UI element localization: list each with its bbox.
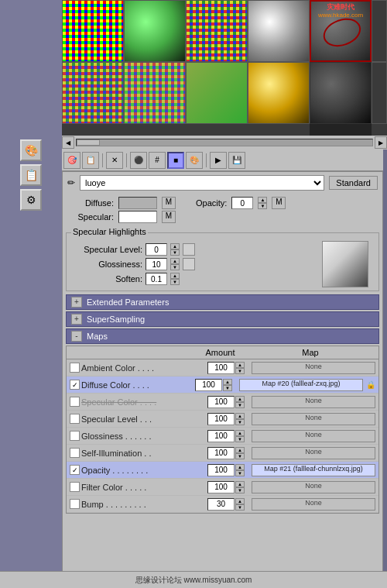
map-checkbox-4[interactable]: [70, 431, 80, 441]
map-btn-4[interactable]: None: [252, 430, 375, 442]
toolbar-grid[interactable]: #: [149, 152, 166, 169]
map-spinner-4[interactable]: ▲▼: [235, 430, 245, 442]
toolbar-delete[interactable]: ✕: [106, 152, 123, 169]
extended-params-toggle[interactable]: +: [71, 297, 82, 308]
map-btn-2[interactable]: None: [252, 396, 375, 408]
map-spinner-2[interactable]: ▲▼: [235, 396, 245, 408]
maps-row-3[interactable]: Specular Level . . .▲▼None: [67, 411, 378, 428]
spec-level-input[interactable]: [146, 243, 167, 256]
map-amount-input-1[interactable]: [195, 379, 222, 391]
side-tool-2[interactable]: 📋: [20, 164, 42, 186]
spec-soften-up[interactable]: ▲: [170, 273, 180, 279]
maps-row-0[interactable]: Ambient Color . . . .▲▼None: [67, 359, 378, 377]
spec-glossiness-input[interactable]: [146, 258, 167, 270]
opacity-m-btn[interactable]: M: [272, 197, 286, 209]
thumb-8[interactable]: [124, 62, 186, 124]
diffuse-m-btn[interactable]: M: [162, 197, 176, 209]
toolbar-eyedropper[interactable]: 🎯: [63, 152, 80, 169]
specular-swatch[interactable]: [118, 211, 157, 223]
map-checkbox-7[interactable]: [70, 482, 80, 492]
maps-row-8[interactable]: Bump . . . . . . . . .▲▼None: [67, 496, 378, 513]
spec-gloss-color[interactable]: [183, 258, 195, 270]
map-amount-input-0[interactable]: [207, 362, 235, 374]
maps-row-7[interactable]: Filter Color . . . . .▲▼None: [67, 479, 378, 496]
map-spinner-7[interactable]: ▲▼: [235, 481, 245, 493]
map-btn-1[interactable]: Map #20 (fallleaf-zxq.jpg): [239, 379, 363, 391]
toolbar-copy[interactable]: 📋: [82, 152, 99, 169]
map-spinner-5[interactable]: ▲▼: [235, 447, 245, 459]
horizontal-scrollbar[interactable]: ◀ ▶: [62, 136, 387, 150]
material-name-dropdown[interactable]: luoye: [80, 175, 324, 191]
thumb-9[interactable]: [186, 62, 248, 124]
map-amount-input-7[interactable]: [207, 481, 235, 493]
opacity-spin-down[interactable]: ▼: [258, 203, 267, 209]
spec-level-down[interactable]: ▼: [170, 249, 180, 256]
map-checkbox-5[interactable]: [70, 448, 80, 458]
map-btn-5[interactable]: None: [252, 447, 375, 459]
toolbar-render[interactable]: ▶: [210, 152, 227, 169]
spec-soften-spinner[interactable]: ▲ ▼: [170, 273, 180, 285]
maps-rollout[interactable]: - Maps: [66, 328, 379, 344]
map-checkbox-8[interactable]: [70, 499, 80, 509]
toolbar-save[interactable]: 💾: [228, 152, 245, 169]
map-amount-input-4[interactable]: [207, 430, 235, 442]
toolbar-sphere[interactable]: ⚫: [130, 152, 147, 169]
spec-gloss-down[interactable]: ▼: [170, 264, 180, 270]
maps-row-6[interactable]: ✓Opacity . . . . . . . .▲▼Map #21 (falll…: [67, 462, 378, 479]
map-amount-input-2[interactable]: [207, 396, 235, 408]
spec-gloss-up[interactable]: ▲: [170, 258, 180, 264]
thumb-10[interactable]: [248, 62, 310, 124]
map-amount-input-8[interactable]: [207, 498, 235, 511]
spec-level-up[interactable]: ▲: [170, 243, 180, 249]
scroll-left-btn[interactable]: ◀: [62, 136, 74, 149]
spec-soften-down[interactable]: ▼: [170, 279, 180, 285]
maps-row-1[interactable]: ✓Diffuse Color . . . .▲▼Map #20 (falllea…: [67, 377, 378, 394]
map-checkbox-2[interactable]: [70, 397, 80, 407]
diffuse-swatch[interactable]: [118, 197, 157, 209]
scroll-right-btn[interactable]: ▶: [375, 136, 387, 149]
map-amount-input-3[interactable]: [207, 413, 235, 425]
map-checkbox-6[interactable]: ✓: [70, 465, 80, 475]
map-spinner-6[interactable]: ▲▼: [235, 464, 245, 476]
thumb-2[interactable]: [124, 0, 186, 62]
map-btn-0[interactable]: None: [252, 362, 375, 374]
map-btn-6[interactable]: Map #21 (fallleaf-chunnlzxq.jpg): [252, 464, 375, 476]
spec-level-spinner[interactable]: ▲ ▼: [170, 243, 180, 256]
map-checkbox-3[interactable]: [70, 414, 80, 424]
map-spinner-3[interactable]: ▲▼: [235, 413, 245, 425]
map-btn-3[interactable]: None: [252, 413, 375, 425]
spec-soften-input[interactable]: [146, 273, 167, 285]
map-amount-input-6[interactable]: [207, 464, 235, 476]
toolbar-active[interactable]: ■: [167, 152, 184, 169]
map-spinner-8[interactable]: ▲▼: [235, 498, 245, 511]
maps-toggle[interactable]: -: [71, 331, 82, 342]
map-btn-8[interactable]: None: [252, 498, 375, 511]
toolbar-palette[interactable]: 🎨: [186, 152, 203, 169]
supersampling-toggle[interactable]: +: [71, 314, 82, 325]
thumb-4[interactable]: [248, 0, 310, 62]
map-spinner-1[interactable]: ▲▼: [223, 379, 232, 391]
thumb-3[interactable]: [186, 0, 248, 62]
opacity-spinner[interactable]: ▲ ▼: [258, 197, 267, 209]
opacity-spin-up[interactable]: ▲: [258, 197, 267, 203]
side-tool-3[interactable]: ⚙: [20, 189, 42, 211]
scroll-track[interactable]: [76, 139, 373, 146]
map-spinner-0[interactable]: ▲▼: [235, 362, 245, 374]
maps-row-4[interactable]: Glossiness . . . . . .▲▼None: [67, 428, 378, 445]
map-checkbox-1[interactable]: ✓: [70, 380, 80, 390]
maps-row-2[interactable]: Specular Color . . . .▲▼None: [67, 394, 378, 411]
specular-m-btn[interactable]: M: [162, 211, 176, 223]
map-btn-7[interactable]: None: [252, 481, 375, 493]
map-checkbox-0[interactable]: [70, 363, 80, 373]
supersampling-rollout[interactable]: + SuperSampling: [66, 311, 379, 327]
side-tool-1[interactable]: 🎨: [20, 139, 42, 161]
map-amount-input-5[interactable]: [207, 447, 235, 459]
spec-glossiness-spinner[interactable]: ▲ ▼: [170, 258, 180, 270]
spec-level-color[interactable]: [183, 243, 195, 256]
thumb-1[interactable]: [62, 0, 124, 62]
thumb-7[interactable]: [62, 62, 124, 124]
maps-row-5[interactable]: Self-Illumination . .▲▼None: [67, 445, 378, 462]
opacity-input[interactable]: [231, 197, 253, 209]
scroll-thumb[interactable]: [77, 139, 100, 146]
extended-params-rollout[interactable]: + Extended Parameters: [66, 294, 379, 310]
